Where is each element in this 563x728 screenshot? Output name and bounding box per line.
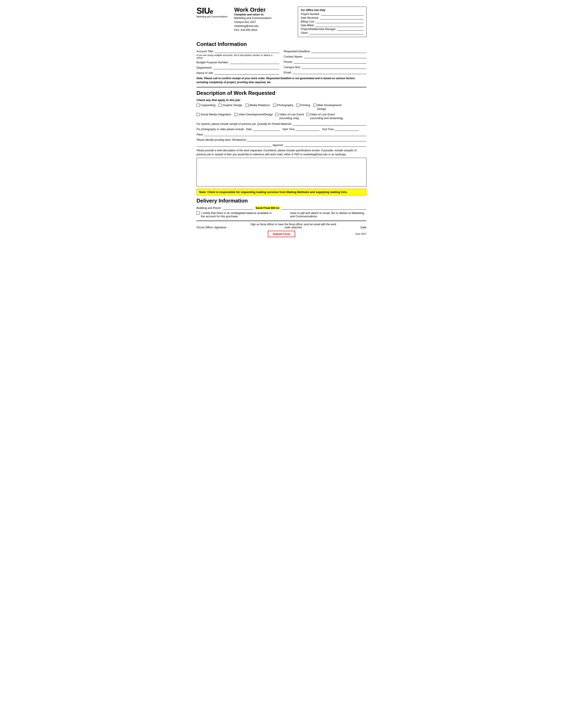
office-label-client: Client:	[301, 31, 308, 34]
checkbox-printing-box[interactable]	[296, 104, 300, 107]
office-label-pm: Project/Relationship Manager:	[301, 28, 336, 31]
phone-line[interactable]	[294, 60, 367, 64]
signature-area: Fiscal Officer Signature Sign as fiscal …	[196, 221, 367, 229]
account-note: If you are using multiple accounts, list…	[196, 54, 279, 59]
checkbox-graphic-design-label: Graphic Design	[222, 103, 242, 107]
description-text-area[interactable]	[196, 158, 367, 186]
approver-left-line[interactable]	[196, 143, 271, 147]
contact-name-field: Contact Name:	[284, 55, 367, 58]
date-label: Date	[361, 226, 367, 229]
office-line-client[interactable]	[309, 31, 364, 34]
checkbox-web-development: Web Development/Design	[313, 103, 342, 111]
checkbox-copywriting-box[interactable]	[196, 104, 199, 107]
office-label-project: Project Number:	[301, 13, 320, 16]
checkboxes-row-2: Social Media Integration Video Developme…	[196, 113, 367, 120]
certify-checkbox[interactable]	[196, 212, 199, 215]
certify-text: I certify that there is an unobligated b…	[201, 211, 273, 218]
account-title-field: Account Title:	[196, 49, 279, 53]
start-time-line[interactable]	[296, 127, 320, 131]
checkbox-web-development-box[interactable]	[313, 104, 317, 107]
address-line3: marketing@siue.edu	[234, 24, 258, 28]
checkbox-media-relations-label: Media Relations	[249, 103, 270, 107]
submit-button[interactable]: Submit Form	[268, 231, 295, 237]
office-row-project: Project Number:	[301, 13, 364, 16]
reprints-label: For reprints, please include sample of p…	[196, 122, 292, 126]
office-label-date-received: Date Received:	[301, 16, 319, 19]
checkbox-video-live-streaming-label: Video of Live Event(recording and stream…	[310, 113, 343, 120]
checkbox-video-live-recording: Video of Live Event(recording only)	[275, 113, 304, 120]
checkbox-photography-label: Photography	[277, 103, 294, 107]
budget-purpose-line[interactable]	[230, 60, 279, 64]
office-line-project[interactable]	[321, 13, 364, 16]
description-heading: Description of Work Requested	[196, 90, 367, 96]
office-row-client: Client:	[301, 31, 364, 34]
building-room-label: Building and Room:	[196, 206, 221, 210]
name-of-job-label: Name of Job:	[196, 71, 213, 75]
budget-purpose-field: Budget Purpose Number:	[196, 60, 279, 64]
name-of-job-line[interactable]	[214, 71, 279, 75]
account-title-line[interactable]	[214, 49, 279, 53]
certify-left: I certify that there is an unobligated b…	[196, 211, 273, 218]
checkbox-video-live-streaming-box[interactable]	[306, 113, 309, 116]
campus-box-line[interactable]	[302, 65, 367, 69]
checkbox-media-relations: Media Relations	[245, 103, 270, 107]
building-room-row: Building and Room: Send Final Bill to:	[196, 206, 367, 210]
address-line4: FAX: 618-650-3616	[234, 28, 257, 32]
checkbox-photography: Photography	[273, 103, 294, 107]
office-line-pm[interactable]	[337, 28, 364, 31]
approver-right-line[interactable]	[284, 143, 367, 147]
campus-box-field: Campus Box:	[284, 65, 367, 69]
work-order-title: Work Order	[234, 7, 271, 13]
place-line[interactable]	[204, 133, 367, 136]
photo-date-line[interactable]	[253, 127, 280, 131]
department-field: Department:	[196, 66, 279, 69]
contact-note: Note: Please call to confirm receipt of …	[196, 76, 367, 84]
contact-left: Account Title: If you are using multiple…	[196, 49, 279, 76]
contact-heading: Contact Information	[196, 41, 367, 47]
checkbox-video-dev-box[interactable]	[234, 113, 237, 116]
delivery-section: Delivery Information Building and Room: …	[196, 198, 367, 218]
email-line[interactable]	[293, 71, 367, 74]
address-line1: Marketing and Communications	[234, 17, 271, 20]
office-row-billing: Billing Cost:	[301, 20, 364, 23]
office-line-billing[interactable]	[316, 20, 364, 23]
building-room-line[interactable]	[223, 206, 254, 210]
work-order-block: Work Order Complete and return to: Marke…	[234, 7, 271, 32]
checkbox-video-dev: Video Development/Design	[234, 113, 273, 116]
requested-deadline-field: Requested Deadline:	[284, 49, 367, 53]
checkbox-printing: Printing	[296, 103, 310, 107]
logo-siue: SIUe	[196, 7, 213, 15]
department-line[interactable]	[213, 66, 279, 69]
office-row-date-received: Date Received:	[301, 16, 364, 19]
office-title: For Office Use Only	[301, 9, 364, 12]
office-label-billing: Billing Cost:	[301, 20, 315, 23]
send-final-line[interactable]	[282, 206, 367, 210]
description-section: Description of Work Requested Check any …	[196, 90, 367, 186]
end-time-line[interactable]	[335, 127, 359, 131]
checkbox-media-relations-box[interactable]	[245, 104, 248, 107]
checkbox-social-media-box[interactable]	[196, 113, 199, 116]
checkbox-graphic-design-box[interactable]	[218, 104, 222, 107]
office-line-date-billed[interactable]	[315, 24, 364, 27]
account-title-label: Account Title:	[196, 50, 214, 53]
requested-deadline-line[interactable]	[311, 49, 367, 53]
checkbox-photography-box[interactable]	[273, 104, 276, 107]
yellow-note: Note: Client is responsible for requesti…	[196, 189, 367, 195]
office-row-pm: Project/Relationship Manager:	[301, 28, 364, 31]
work-order-address: Marketing and Communications Campus Box …	[234, 16, 271, 32]
checkbox-video-live-recording-box[interactable]	[275, 113, 278, 116]
office-line-date-received[interactable]	[320, 16, 364, 19]
page-header: SIUe Marketing and Communications Work O…	[196, 7, 367, 37]
june-label: June 2017	[355, 233, 367, 235]
address-line2: Campus Box 1027	[234, 21, 256, 24]
contact-name-line[interactable]	[304, 55, 367, 58]
phone-field: Phone:	[284, 60, 367, 64]
save-text: Save to pdf and attach to email, fax or …	[290, 211, 364, 218]
contact-section: Contact Information Account Title: If yo…	[196, 41, 367, 84]
name-of-job-field: Name of Job:	[196, 71, 279, 75]
fiscal-officer-label: Fiscal Officer Signature	[196, 226, 226, 229]
reviewers-line[interactable]	[247, 138, 367, 141]
proofing-row: Please identify proofing team: Reviewer(…	[196, 138, 367, 141]
reprints-line[interactable]	[292, 122, 367, 126]
photo-label: For photography or video please include:…	[196, 128, 252, 131]
